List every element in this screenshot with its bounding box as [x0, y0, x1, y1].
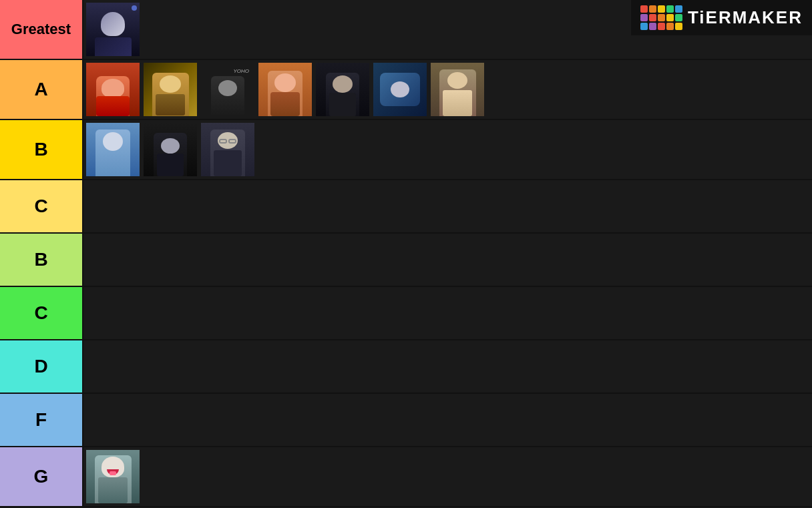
logo-cell — [640, 14, 648, 21]
logo-cell — [666, 5, 674, 13]
list-item[interactable] — [316, 63, 369, 116]
tier-row-d: D — [0, 340, 812, 394]
logo-cell — [666, 14, 674, 21]
tier-content-c1 — [83, 180, 812, 232]
list-item[interactable] — [144, 63, 197, 116]
logo-cell — [658, 23, 665, 30]
tier-content-c2 — [83, 287, 812, 339]
list-item[interactable] — [144, 123, 197, 176]
tier-list: Greatest A — [0, 0, 812, 507]
logo-cell — [675, 14, 682, 21]
logo-cell — [658, 14, 665, 21]
logo-cell — [658, 5, 665, 13]
list-item[interactable] — [86, 450, 140, 503]
logo-cell — [649, 23, 656, 30]
logo-text: TiERMAKER — [688, 7, 803, 28]
tier-row-f: F — [0, 394, 812, 447]
tier-row-b1: B — [0, 120, 812, 180]
tier-content-d — [83, 340, 812, 393]
logo-cell — [666, 23, 674, 30]
tier-row-a: A YOHO — [0, 60, 812, 120]
tier-label-a: A — [0, 60, 83, 119]
logo-cell — [640, 23, 648, 30]
tier-content-b1 — [83, 120, 812, 179]
tier-label-g: G — [0, 447, 83, 506]
tier-row-c2: C — [0, 287, 812, 340]
tier-label-b2: B — [0, 234, 83, 286]
list-item[interactable] — [86, 123, 140, 176]
tier-content-g — [83, 447, 812, 506]
tier-label-c1: C — [0, 180, 83, 232]
tier-label-d: D — [0, 340, 83, 393]
tier-label-b1: B — [0, 120, 83, 179]
tier-row-c1: C — [0, 180, 812, 234]
tier-label-greatest: Greatest — [0, 0, 83, 59]
logo-cell — [675, 23, 682, 30]
list-item[interactable] — [86, 63, 140, 116]
list-item[interactable] — [373, 63, 427, 116]
logo-cell — [675, 5, 682, 13]
list-item[interactable] — [431, 63, 484, 116]
tier-row-g: G — [0, 447, 812, 507]
list-item[interactable] — [201, 123, 254, 176]
logo-cell — [649, 14, 656, 21]
tier-label-c2: C — [0, 287, 83, 339]
list-item[interactable] — [258, 63, 312, 116]
tier-content-f — [83, 394, 812, 446]
tier-label-f: F — [0, 394, 83, 446]
tier-content-b2 — [83, 234, 812, 286]
tier-row-b2: B — [0, 234, 812, 287]
logo-grid — [640, 5, 682, 30]
list-item[interactable] — [86, 3, 140, 56]
logo-cell — [640, 5, 648, 13]
list-item[interactable]: YOHO — [201, 63, 254, 116]
logo-cell — [649, 5, 656, 13]
tiermaker-logo-bar: TiERMAKER — [631, 0, 812, 35]
tier-content-a: YOHO — [83, 60, 812, 119]
